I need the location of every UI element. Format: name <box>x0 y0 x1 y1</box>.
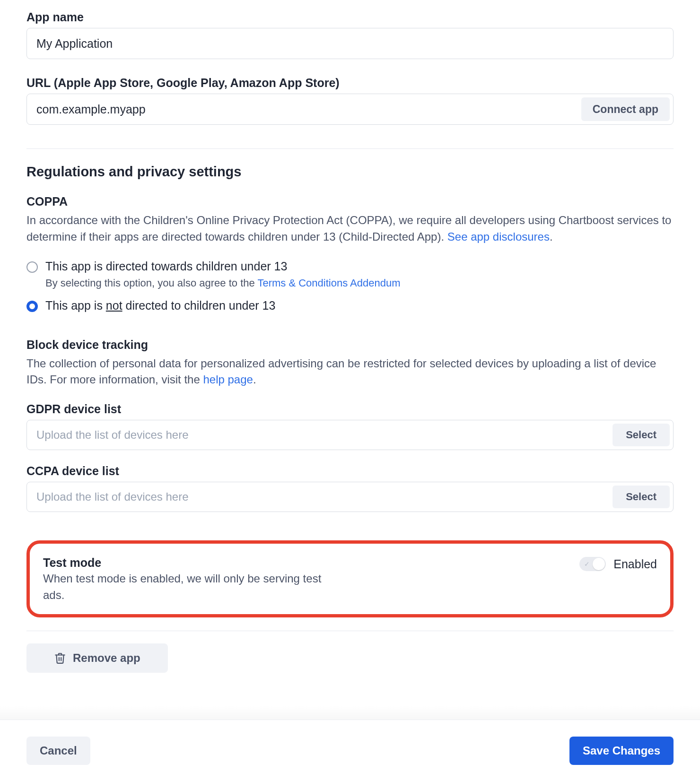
test-mode-status: Enabled <box>613 557 657 571</box>
block-tracking-body-text: The collection of personal data for pers… <box>26 357 656 386</box>
ccpa-upload-input[interactable] <box>26 482 674 512</box>
test-mode-title: Test mode <box>43 556 346 570</box>
test-mode-toggle[interactable]: ✓ <box>579 557 606 571</box>
coppa-radio-not-directed[interactable]: This app is not directed to children und… <box>26 299 674 312</box>
remove-app-label: Remove app <box>73 651 140 665</box>
regulations-title: Regulations and privacy settings <box>26 164 674 180</box>
coppa-radio-directed-sub: By selecting this option, you also agree… <box>45 277 674 289</box>
coppa-not-underline: not <box>106 299 122 312</box>
see-app-disclosures-link[interactable]: See app disclosures <box>447 230 550 243</box>
test-mode-section: Test mode When test mode is enabled, we … <box>26 540 674 617</box>
cancel-button[interactable]: Cancel <box>26 737 90 765</box>
coppa-radio-directed-label: This app is directed towards children un… <box>45 260 287 273</box>
url-label: URL (Apple App Store, Google Play, Amazo… <box>26 76 674 90</box>
ccpa-block: CCPA device list Select <box>26 464 674 512</box>
footer: Cancel Save Changes <box>0 720 700 781</box>
ccpa-select-button[interactable]: Select <box>612 486 670 508</box>
coppa-not-a: This app is <box>45 299 106 312</box>
coppa-body-text: In accordance with the Children's Online… <box>26 214 671 243</box>
trash-icon <box>54 651 66 665</box>
gdpr-upload-input[interactable] <box>26 420 674 450</box>
help-page-link[interactable]: help page <box>203 373 253 386</box>
coppa-body-period: . <box>550 230 553 243</box>
block-tracking-period: . <box>253 373 256 386</box>
coppa-radio-not-directed-label: This app is not directed to children und… <box>45 299 275 312</box>
app-name-input[interactable] <box>26 28 674 59</box>
coppa-section: COPPA In accordance with the Children's … <box>26 195 674 312</box>
toggle-knob <box>593 558 605 570</box>
test-mode-desc: When test mode is enabled, we will only … <box>43 571 346 604</box>
coppa-body: In accordance with the Children's Online… <box>26 212 674 245</box>
app-name-label: App name <box>26 10 674 24</box>
url-input[interactable] <box>26 94 674 125</box>
connect-app-button[interactable]: Connect app <box>581 97 670 121</box>
gdpr-label: GDPR device list <box>26 402 674 416</box>
radio-icon <box>26 301 38 312</box>
gdpr-select-button[interactable]: Select <box>612 424 670 446</box>
radio-icon <box>26 261 38 273</box>
check-icon: ✓ <box>584 561 590 567</box>
block-tracking-section: Block device tracking The collection of … <box>26 338 674 389</box>
block-tracking-body: The collection of personal data for pers… <box>26 356 674 389</box>
coppa-heading: COPPA <box>26 195 674 208</box>
ccpa-label: CCPA device list <box>26 464 674 478</box>
remove-app-button[interactable]: Remove app <box>26 643 168 673</box>
block-tracking-heading: Block device tracking <box>26 338 674 352</box>
coppa-not-b: directed to children under 13 <box>122 299 276 312</box>
terms-addendum-link[interactable]: Terms & Conditions Addendum <box>257 277 400 289</box>
coppa-radio-directed-sub-text: By selecting this option, you also agree… <box>45 277 257 289</box>
divider <box>26 148 674 149</box>
divider <box>26 631 674 631</box>
coppa-radio-directed[interactable]: This app is directed towards children un… <box>26 260 674 273</box>
save-button[interactable]: Save Changes <box>569 737 674 765</box>
gdpr-block: GDPR device list Select <box>26 402 674 450</box>
